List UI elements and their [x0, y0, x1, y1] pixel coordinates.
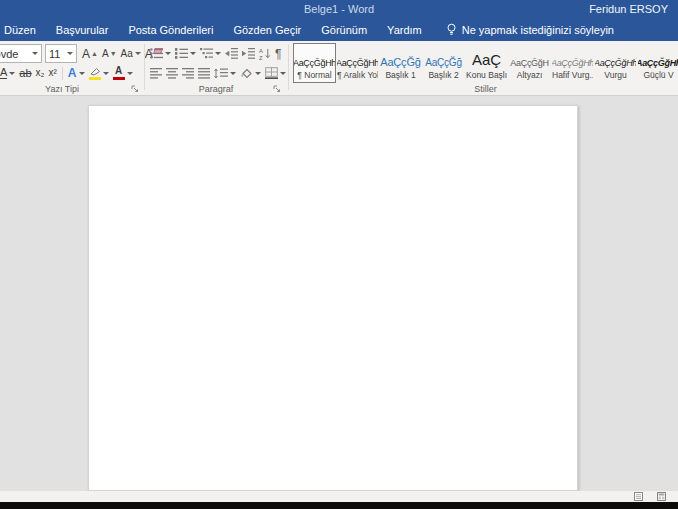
borders-button[interactable]	[263, 64, 288, 82]
borders-icon	[265, 67, 278, 79]
titlebar: Belge1 - Word Feridun ERSOY	[0, 0, 678, 19]
font-group: Gövde 11 A▲ A▼ Aa A	[0, 41, 142, 95]
style-preview: AaÇçĞğH	[510, 58, 548, 68]
numbering-button[interactable]	[173, 45, 198, 63]
change-case-button[interactable]: Aa	[119, 45, 143, 63]
style-item-intense-emphasis[interactable]: AaÇçĞğHh Güçlü V	[637, 43, 678, 83]
text-effects-button[interactable]: A	[66, 64, 87, 82]
svg-text:A: A	[259, 48, 263, 54]
style-name: Konu Başlı...	[466, 70, 507, 80]
align-right-button[interactable]	[180, 64, 196, 82]
paint-bucket-icon	[240, 68, 253, 79]
font-name-value: Gövde	[0, 48, 18, 60]
highlight-button[interactable]	[87, 64, 111, 82]
view-print-layout-button[interactable]	[634, 492, 643, 501]
tab-yardim[interactable]: Yardım	[377, 19, 432, 41]
align-left-button[interactable]	[148, 64, 164, 82]
chevron-down-icon	[9, 72, 15, 75]
align-left-icon	[150, 68, 162, 79]
caret-up-icon: ▲	[91, 50, 98, 57]
dialog-launcher-paragraph[interactable]	[272, 84, 281, 93]
style-preview: AaÇçĞğHh	[294, 58, 335, 68]
document-area	[0, 96, 678, 491]
lightbulb-icon	[446, 23, 457, 37]
window-title: Belge1 - Word	[304, 3, 374, 15]
multilevel-list-button[interactable]	[198, 45, 223, 63]
decrease-indent-button[interactable]	[223, 45, 240, 63]
chevron-down-icon	[280, 72, 286, 75]
grow-font-button[interactable]: A▲	[80, 45, 100, 63]
svg-text:Z: Z	[259, 54, 263, 60]
style-preview: AaÇçĞğHh	[337, 58, 378, 68]
bottom-strip	[0, 502, 678, 509]
style-name: Altyazı	[509, 70, 550, 80]
shrink-font-button[interactable]: A▼	[100, 45, 119, 63]
show-paragraph-marks-button[interactable]: ¶	[273, 45, 283, 63]
line-spacing-icon	[214, 68, 228, 79]
chevron-down-icon	[67, 52, 73, 55]
group-divider	[288, 44, 289, 90]
highlight-color-bar	[89, 77, 101, 80]
font-color-button[interactable]: A	[111, 64, 135, 82]
chevron-down-icon	[230, 72, 236, 75]
tab-posta-gonderileri[interactable]: Posta Gönderileri	[118, 19, 223, 41]
group-label-paragraph: Paragraf	[148, 84, 284, 94]
tab-basvurular[interactable]: Başvurular	[46, 19, 119, 41]
font-size-combo[interactable]: 11	[45, 44, 77, 63]
document-page[interactable]	[88, 105, 578, 491]
group-label-font: Yazı Tipi	[0, 84, 142, 94]
tab-gorunum[interactable]: Görünüm	[311, 19, 377, 41]
style-preview: AaÇçĞğHh	[552, 58, 593, 68]
style-item-heading2[interactable]: AaÇçĞğ Başlık 2	[422, 43, 465, 83]
subscript-button[interactable]: x₂	[34, 64, 47, 82]
ribbon-tab-bar: Düzen Başvurular Posta Gönderileri Gözde…	[0, 19, 678, 41]
style-item-no-spacing[interactable]: AaÇçĞğHh ¶ Aralık Yok	[336, 43, 379, 83]
tab-duzen[interactable]: Düzen	[0, 19, 46, 41]
strikethrough-button[interactable]: ab	[17, 64, 33, 82]
justify-icon	[198, 68, 210, 79]
style-preview: AaÇçĞğHh	[638, 58, 678, 68]
style-item-subtle-emphasis[interactable]: AaÇçĞğHh Hafif Vurg...	[551, 43, 594, 83]
style-preview: AaÇçĞğ	[425, 57, 462, 68]
user-name: Feridun ERSOY	[589, 3, 668, 15]
chevron-down-icon	[255, 72, 261, 75]
view-web-layout-button[interactable]	[657, 492, 666, 501]
chevron-down-icon	[103, 72, 109, 75]
word-window: Belge1 - Word Feridun ERSOY Düzen Başvur…	[0, 0, 678, 509]
style-name: Hafif Vurg...	[552, 70, 593, 80]
tab-gozden-gecir[interactable]: Gözden Geçir	[223, 19, 311, 41]
style-name: Başlık 1	[380, 70, 421, 80]
style-preview: AaÇçĞğ	[380, 56, 420, 68]
numbering-icon	[175, 48, 188, 59]
justify-button[interactable]	[196, 64, 212, 82]
superscript-button[interactable]: x²	[46, 64, 58, 82]
tellme-label: Ne yapmak istediğinizi söyleyin	[462, 24, 614, 36]
chevron-down-icon	[79, 72, 85, 75]
font-color-bar	[113, 77, 125, 80]
dialog-launcher-font[interactable]	[130, 84, 139, 93]
style-item-title[interactable]: AaÇ Konu Başlı...	[465, 43, 508, 83]
sort-button[interactable]: A Z	[257, 45, 273, 63]
align-center-button[interactable]	[164, 64, 180, 82]
highlighter-icon	[89, 67, 101, 76]
bullets-button[interactable]	[148, 45, 173, 63]
font-name-combo[interactable]: Gövde	[0, 44, 42, 63]
chevron-down-icon	[215, 52, 221, 55]
style-item-heading1[interactable]: AaÇçĞğ Başlık 1	[379, 43, 422, 83]
style-preview: AaÇçĞğHh	[595, 58, 636, 68]
font-size-value: 11	[49, 48, 60, 60]
tellme-button[interactable]: Ne yapmak istediğinizi söyleyin	[446, 23, 614, 37]
style-item-subtitle[interactable]: AaÇçĞğH Altyazı	[508, 43, 551, 83]
status-bar	[0, 491, 678, 502]
underline-button[interactable]: A	[0, 64, 17, 82]
shading-button[interactable]	[238, 64, 263, 82]
style-name: ¶ Aralık Yok	[337, 70, 378, 80]
chevron-down-icon	[135, 52, 141, 55]
style-item-normal[interactable]: AaÇçĞğHh ¶ Normal	[293, 43, 336, 83]
outdent-icon	[225, 48, 238, 59]
sort-icon: A Z	[259, 48, 271, 60]
increase-indent-button[interactable]	[240, 45, 257, 63]
style-item-emphasis[interactable]: AaÇçĞğHh Vurgu	[594, 43, 637, 83]
chevron-down-icon	[190, 52, 196, 55]
line-spacing-button[interactable]	[212, 64, 238, 82]
